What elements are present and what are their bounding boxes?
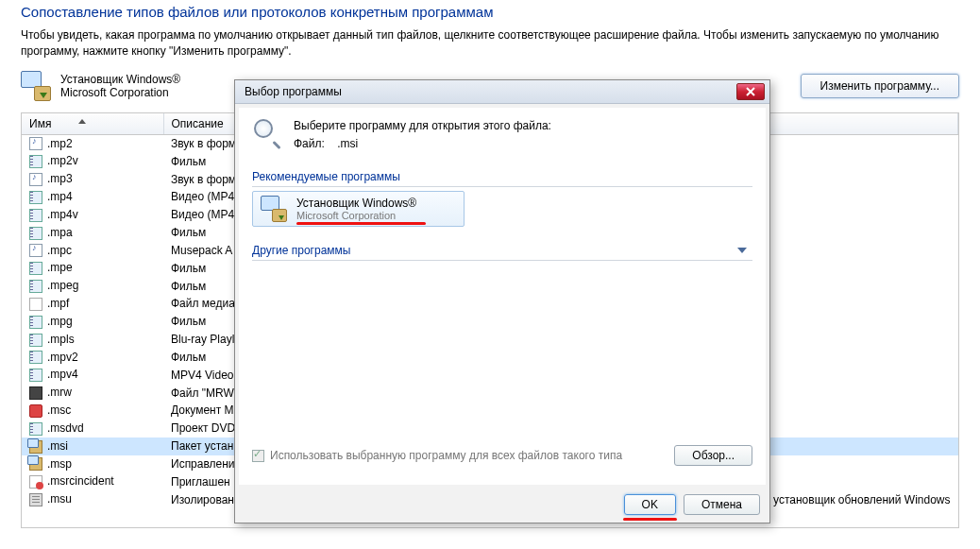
doc-file-icon [29, 298, 42, 311]
installer-icon [261, 196, 287, 222]
aud-file-icon [29, 244, 42, 257]
file-extension: .msc [47, 403, 71, 417]
sort-asc-icon [78, 119, 86, 124]
other-programs-label: Другие программы [252, 244, 350, 257]
vid-file-icon [29, 262, 42, 275]
file-label: Файл: [294, 137, 325, 150]
vid-file-icon [29, 351, 42, 364]
program-publisher: Microsoft Corporation [296, 210, 416, 222]
always-use-label: Использовать выбранную программу для все… [270, 449, 622, 462]
inc-file-icon [29, 475, 42, 489]
close-icon [746, 87, 755, 96]
column-name[interactable]: Имя [22, 113, 163, 135]
other-programs-expander[interactable]: Другие программы [252, 240, 752, 261]
file-extension: .msp [47, 457, 72, 471]
vid-file-icon [29, 191, 42, 204]
file-extension: .mpe [47, 261, 73, 274]
dialog-title: Выбор программы [245, 85, 736, 98]
aud-file-icon [29, 173, 42, 186]
chevron-down-icon [737, 248, 747, 253]
dialog-prompt: Выберите программу для открытия этого фа… [294, 117, 551, 135]
vid-file-icon [29, 334, 42, 347]
ok-button[interactable]: OK [624, 494, 676, 515]
file-extension: .msrcincident [47, 474, 114, 488]
default-program-publisher: Microsoft Corporation [60, 86, 180, 99]
vid-file-icon [29, 209, 42, 222]
mrw-file-icon [29, 386, 42, 400]
file-extension: .mp4v [47, 208, 78, 221]
installer-icon [21, 71, 51, 101]
file-extension: .mpv4 [47, 368, 78, 381]
msu-file-icon [29, 493, 42, 506]
msi-file-icon [29, 440, 42, 454]
always-use-checkbox[interactable] [252, 450, 264, 462]
cancel-button[interactable]: Отмена [684, 494, 760, 515]
open-with-dialog: Выбор программы Выберите программу для о… [234, 79, 770, 523]
page-title: Сопоставление типов файлов или протоколо… [0, 0, 980, 24]
search-icon [252, 117, 282, 147]
file-extension: .mp3 [47, 172, 73, 185]
file-extension: .mpf [47, 297, 69, 310]
file-extension: .mrw [47, 386, 72, 399]
file-extension: .mp4 [47, 190, 73, 203]
vid-file-icon [29, 316, 42, 329]
file-extension: .mpc [47, 244, 72, 257]
file-extension: .mpv2 [47, 351, 78, 364]
page-subtitle: Чтобы увидеть, какая программа по умолча… [0, 24, 980, 71]
vid-file-icon [29, 422, 42, 436]
file-extension: .msi [47, 439, 68, 453]
vid-file-icon [29, 280, 42, 293]
program-item-windows-installer[interactable]: Установщик Windows® Microsoft Corporatio… [252, 191, 465, 227]
vid-file-icon [29, 155, 42, 168]
recommended-program-list: Установщик Windows® Microsoft Corporatio… [252, 187, 752, 236]
aud-file-icon [29, 137, 42, 150]
file-extension: .mp2v [47, 154, 78, 167]
file-extension: .mpg [47, 315, 73, 328]
recommended-group-header: Рекомендуемые программы [252, 166, 752, 187]
browse-button[interactable]: Обзор... [674, 445, 752, 466]
change-program-button[interactable]: Изменить программу... [801, 74, 959, 98]
file-extension: .mpls [47, 333, 75, 346]
program-name: Установщик Windows® [296, 197, 416, 210]
file-extension: .msu [47, 492, 72, 506]
msc-file-icon [29, 404, 42, 418]
msi-file-icon [29, 457, 42, 471]
file-extension: .mp2 [47, 137, 73, 150]
file-value: .msi [337, 137, 358, 150]
vid-file-icon [29, 227, 42, 240]
dialog-titlebar[interactable]: Выбор программы [235, 80, 769, 104]
default-program-name: Установщик Windows® [60, 73, 180, 86]
file-extension: .mpa [47, 226, 73, 239]
vid-file-icon [29, 369, 42, 382]
file-extension: .mpeg [47, 279, 78, 292]
close-button[interactable] [736, 83, 765, 100]
file-extension: .msdvd [47, 421, 84, 435]
